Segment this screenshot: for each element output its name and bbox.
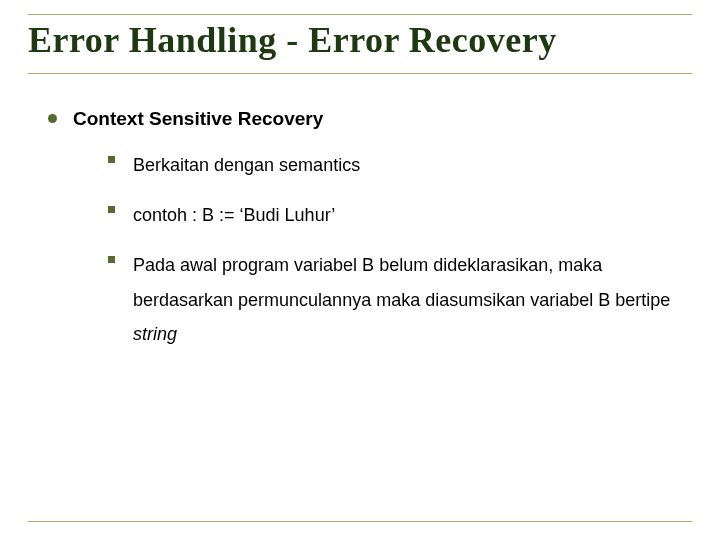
bullet-square-icon: [108, 256, 115, 263]
list-item: contoh : B := ‘Budi Luhur’: [108, 198, 692, 232]
list-item-top: Context Sensitive Recovery: [48, 108, 692, 130]
sub-list: Berkaitan dengan semantics contoh : B :=…: [108, 148, 692, 351]
title-container: Error Handling - Error Recovery: [28, 14, 692, 74]
slide: Error Handling - Error Recovery Context …: [0, 0, 720, 540]
list-item: Pada awal program variabel B belum didek…: [108, 248, 692, 351]
bullet-square-icon: [108, 156, 115, 163]
list-item: Berkaitan dengan semantics: [108, 148, 692, 182]
sub-item-text: Pada awal program variabel B belum didek…: [133, 248, 692, 351]
top-heading: Context Sensitive Recovery: [73, 108, 323, 130]
bullet-square-icon: [108, 206, 115, 213]
sub-item-text: contoh : B := ‘Budi Luhur’: [133, 198, 335, 232]
sub-item-text-pre: Pada awal program variabel B belum didek…: [133, 255, 670, 309]
sub-item-text-italic: string: [133, 324, 177, 344]
slide-title: Error Handling - Error Recovery: [28, 19, 692, 61]
footer-divider: [28, 521, 692, 522]
bullet-round-icon: [48, 114, 57, 123]
sub-item-text: Berkaitan dengan semantics: [133, 148, 360, 182]
